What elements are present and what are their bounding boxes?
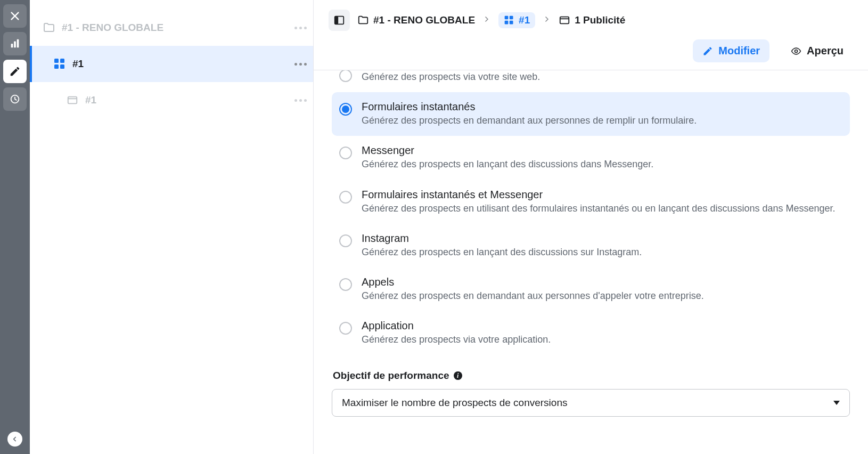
pencil-icon (702, 46, 713, 56)
conversion-location-list: Site webGénérez des prospects via votre … (332, 70, 850, 355)
radio-title: Messenger (362, 144, 653, 157)
crumb-label: #1 (519, 14, 530, 26)
caret-down-icon (833, 401, 840, 405)
performance-goal-label: Objectif de performance i (333, 370, 850, 382)
radio-option-calls[interactable]: AppelsGénérez des prospects en demandant… (332, 267, 850, 311)
tree-label: #1 (85, 94, 96, 106)
svg-rect-1 (14, 41, 16, 47)
crumb-adset[interactable]: #1 (498, 12, 535, 28)
info-icon[interactable]: i (454, 371, 462, 380)
more-icon[interactable] (294, 27, 307, 29)
crumb-campaign[interactable]: #1 - RENO GLOBALE (357, 14, 475, 26)
svg-point-16 (795, 50, 798, 52)
svg-rect-6 (54, 64, 59, 69)
edit-button[interactable] (3, 60, 27, 83)
panel-toggle[interactable] (329, 10, 350, 31)
eye-icon (791, 46, 801, 56)
select-value: Maximiser le nombre de prospects de conv… (342, 397, 567, 409)
svg-rect-7 (60, 64, 64, 69)
radio-desc: Générez des prospects en utilisant des f… (362, 202, 836, 215)
radio-option-app[interactable]: ApplicationGénérez des prospects via vot… (332, 311, 850, 355)
tree-row-campaign[interactable]: #1 - RENO GLOBALE (30, 10, 313, 46)
radio-option-instant_forms[interactable]: Formulaires instantanésGénérez des prosp… (332, 92, 850, 136)
modify-label: Modifier (718, 45, 760, 57)
preview-button[interactable]: Aperçu (781, 39, 853, 62)
radio-desc: Générez des prospects via votre site web… (362, 70, 540, 84)
adset-icon (52, 58, 67, 70)
svg-rect-13 (505, 21, 509, 25)
radio-desc: Générez des prospects en demandant aux p… (362, 114, 697, 127)
svg-rect-15 (560, 17, 569, 24)
radio-title: Formulaires instantanés et Messenger (362, 189, 836, 201)
svg-rect-10 (335, 17, 338, 25)
radio-option-instagram[interactable]: InstagramGénérez des prospects en lançan… (332, 224, 850, 267)
more-icon[interactable] (294, 63, 307, 66)
modify-button[interactable]: Modifier (693, 39, 769, 62)
radio-circle (339, 103, 352, 116)
radio-circle (339, 147, 352, 159)
breadcrumb: #1 - RENO GLOBALE #1 1 Publ (357, 12, 625, 28)
radio-option-messenger[interactable]: MessengerGénérez des prospects en lançan… (332, 136, 850, 180)
radio-desc: Générez des prospects via votre applicat… (362, 333, 551, 346)
more-icon[interactable] (294, 99, 307, 102)
radio-title: Instagram (362, 232, 642, 245)
radio-desc: Générez des prospects en demandant aux p… (362, 289, 704, 303)
close-button[interactable] (3, 4, 27, 28)
radio-circle (339, 191, 352, 204)
radio-title: Formulaires instantanés (362, 101, 697, 113)
ad-icon (65, 94, 80, 106)
crumb-ad[interactable]: 1 Publicité (559, 14, 625, 26)
svg-rect-2 (17, 39, 19, 48)
radio-circle (339, 234, 352, 247)
tree-label: #1 (72, 58, 84, 70)
radio-option-website[interactable]: Site webGénérez des prospects via votre … (332, 70, 850, 92)
main-panel: #1 - RENO GLOBALE #1 1 Publ (314, 0, 868, 454)
chevron-right-icon (482, 14, 491, 26)
clock-button[interactable] (3, 87, 27, 111)
svg-rect-4 (54, 59, 59, 63)
tree-label: #1 - RENO GLOBALE (62, 22, 163, 34)
tree-row-ad[interactable]: #1 (30, 82, 313, 118)
radio-title: Application (362, 320, 551, 332)
crumb-label: 1 Publicité (575, 14, 625, 26)
radio-circle (339, 322, 352, 335)
structure-tree: #1 - RENO GLOBALE #1 #1 (30, 0, 314, 454)
radio-desc: Générez des prospects en lançant des dis… (362, 158, 653, 171)
content-scroll[interactable]: Site webGénérez des prospects via votre … (314, 70, 868, 454)
folder-icon (42, 21, 56, 34)
radio-circle (339, 70, 352, 82)
performance-goal-select[interactable]: Maximiser le nombre de prospects de conv… (332, 389, 850, 417)
chevron-right-icon (543, 14, 551, 26)
svg-rect-14 (510, 21, 513, 25)
crumb-label: #1 - RENO GLOBALE (373, 14, 475, 26)
left-rail (0, 0, 30, 454)
chart-button[interactable] (3, 32, 27, 55)
svg-rect-11 (505, 16, 509, 20)
tree-row-adset[interactable]: #1 (30, 46, 313, 82)
svg-rect-12 (510, 16, 513, 20)
radio-option-forms_messenger[interactable]: Formulaires instantanés et MessengerGéné… (332, 180, 850, 224)
radio-desc: Générez des prospects en lançant des dis… (362, 246, 642, 259)
radio-title: Appels (362, 276, 704, 288)
radio-circle (339, 278, 352, 291)
collapse-rail-button[interactable] (7, 432, 22, 447)
topbar: #1 - RENO GLOBALE #1 1 Publ (314, 0, 868, 33)
preview-label: Aperçu (807, 45, 844, 57)
svg-rect-5 (60, 59, 64, 63)
action-bar: Modifier Aperçu (314, 33, 868, 70)
svg-rect-8 (68, 97, 77, 104)
svg-rect-0 (11, 44, 13, 47)
